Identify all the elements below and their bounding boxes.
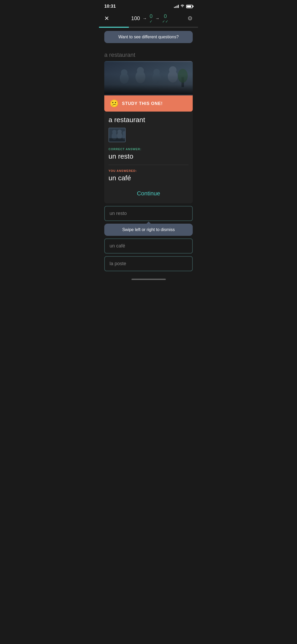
svg-rect-1 [104, 62, 193, 95]
answer-section: a restaurant CORRECT ANSWER: un resto YO… [104, 112, 193, 203]
correct-answer-text: un resto [109, 152, 188, 160]
study-text: STUDY THIS ONE! [122, 101, 163, 106]
battery-icon [186, 5, 193, 8]
restaurant-image [104, 61, 193, 95]
tooltip-bottom-text: Swipe left or right to dismiss [122, 227, 175, 232]
answer-option-0[interactable]: un resto [104, 206, 193, 221]
correct-answer-label: CORRECT ANSWER: [109, 148, 188, 151]
mastered-count: 0 [164, 13, 167, 19]
remaining-answer-options: un café la poste [104, 238, 193, 271]
arrow-icon-2: → [155, 16, 159, 21]
status-bar: 10:31 [99, 0, 198, 11]
svg-point-11 [178, 69, 188, 83]
study-banner[interactable]: 😕 STUDY THIS ONE! [104, 95, 193, 112]
correct-count: 0 [150, 13, 153, 19]
thumbnail-inner [109, 128, 125, 142]
status-time: 10:31 [104, 4, 116, 9]
card-label: a restaurant [99, 46, 198, 61]
arrow-icon-1: → [143, 16, 147, 21]
answer-options-list: un resto [104, 206, 193, 221]
progress-bar-fill [99, 27, 129, 28]
restaurant-card: 😕 STUDY THIS ONE! [104, 61, 193, 112]
home-indicator [99, 277, 198, 281]
restaurant-scene-svg [104, 61, 193, 95]
status-icons [174, 4, 193, 8]
svg-point-7 [153, 69, 160, 75]
divider [109, 165, 188, 165]
close-button[interactable]: ✕ [104, 15, 112, 22]
progress-bar-container [99, 27, 198, 28]
svg-rect-20 [109, 138, 126, 142]
single-check-icon: ✓ [149, 19, 153, 24]
thumbnail-image [109, 128, 126, 142]
total-score: 100 [131, 15, 140, 21]
double-check-icon: ✓✓ [162, 19, 168, 24]
settings-button[interactable]: ⚙ [187, 15, 193, 22]
svg-point-6 [152, 73, 161, 84]
signal-icon [174, 5, 179, 8]
correct-score-group: 0 ✓ [149, 13, 153, 24]
swipe-tooltip: Swipe left or right to dismiss [104, 224, 193, 236]
home-bar [131, 279, 166, 280]
tooltip-top-text: Want to see different questions? [118, 35, 179, 39]
svg-rect-10 [182, 77, 184, 87]
you-answered-label: YOU ANSWERED: [109, 169, 188, 172]
score-area: 100 → 0 ✓ → 0 ✓✓ [131, 13, 168, 24]
svg-point-15 [112, 130, 116, 134]
svg-point-3 [121, 69, 128, 76]
svg-point-17 [117, 130, 122, 134]
answer-option-1[interactable]: un café [104, 238, 193, 254]
nav-bar: ✕ 100 → 0 ✓ → 0 ✓✓ ⚙ [99, 11, 198, 27]
user-answer-text: un café [109, 174, 188, 182]
answer-word: a restaurant [109, 116, 188, 124]
mastered-score-group: 0 ✓✓ [162, 13, 168, 24]
continue-button[interactable]: Continue [109, 187, 188, 201]
svg-point-5 [137, 67, 144, 74]
wifi-icon [180, 4, 185, 8]
battery-fill [187, 6, 191, 7]
answer-option-2[interactable]: la poste [104, 256, 193, 271]
svg-point-2 [120, 73, 129, 84]
different-questions-tooltip[interactable]: Want to see different questions? [104, 31, 193, 43]
svg-point-9 [169, 66, 176, 74]
confused-emoji: 😕 [110, 99, 119, 108]
svg-rect-12 [104, 85, 193, 95]
